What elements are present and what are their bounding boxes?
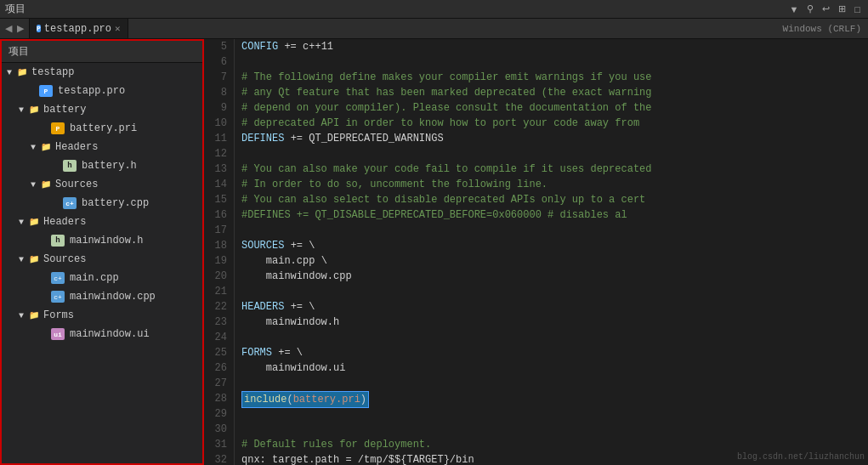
code-line-15: # You can also select to disable depreca… xyxy=(241,192,861,207)
code-line-11: DEFINES += QT_DEPRECATED_WARNINGS xyxy=(241,131,861,146)
tree-label: mainwindow.ui xyxy=(70,328,150,340)
code-line-20: mainwindow.cpp xyxy=(241,269,861,284)
sync-btn[interactable]: ↩ xyxy=(820,3,832,14)
code-line-28: include(battery.pri) xyxy=(241,391,861,406)
tree-item-sources-battery[interactable]: ▼ 📁 Sources xyxy=(2,175,202,194)
code-line-16: #DEFINES += QT_DISABLE_DEPRECATED_BEFORE… xyxy=(241,207,861,223)
code-editor[interactable]: 5 6 7 8 9 10 11 12 13 14 15 16 17 18 19 … xyxy=(204,39,868,465)
tree-item-battery-h[interactable]: h battery.h xyxy=(2,156,202,175)
code-line-30 xyxy=(241,422,861,437)
folder-h-icon: 📁 xyxy=(39,140,53,154)
code-line-22: HEADERS += \ xyxy=(241,299,861,315)
tree-item-main-cpp[interactable]: c+ main.cpp xyxy=(2,269,202,287)
code-line-19: main.cpp \ xyxy=(241,253,861,269)
arrow-icon: ▼ xyxy=(27,143,39,152)
tree-label: Forms xyxy=(43,309,74,321)
code-line-23: mainwindow.h xyxy=(241,315,861,330)
arrow-icon: ▼ xyxy=(27,180,39,190)
folder-icon: 📁 xyxy=(27,103,41,116)
pro-icon: P xyxy=(39,85,53,97)
code-line-10: # deprecated API in order to know how to… xyxy=(241,116,861,131)
tree-label: battery.pri xyxy=(70,122,137,134)
tree-label: Sources xyxy=(55,179,98,190)
folder-src-icon: 📁 xyxy=(27,252,41,266)
highlight-include: include(battery.pri) xyxy=(241,391,369,408)
expand-btn[interactable]: ⊞ xyxy=(836,3,848,14)
code-line-14: # In order to do so, uncomment the follo… xyxy=(241,177,861,192)
arrow-icon: ▼ xyxy=(15,311,27,320)
tree-item-sources-main[interactable]: ▼ 📁 Sources xyxy=(2,250,202,269)
tab-next-btn[interactable]: ▶ xyxy=(15,23,26,34)
tree-label: mainwindow.cpp xyxy=(70,291,156,303)
tree-item-testapp-pro[interactable]: P testapp.pro xyxy=(2,82,202,100)
arrow-icon: ▼ xyxy=(15,218,27,227)
arrow-icon: ▼ xyxy=(15,255,27,264)
tab-label: testapp.pro xyxy=(44,23,111,35)
code-line-24 xyxy=(241,330,861,345)
tree-label: battery.h xyxy=(82,160,137,172)
tree-item-mainwindow-cpp[interactable]: c+ mainwindow.cpp xyxy=(2,287,202,306)
tab-close-btn[interactable]: ✕ xyxy=(115,23,121,34)
tree-label: Headers xyxy=(43,216,86,228)
tree-item-mainwindow-h[interactable]: h mainwindow.h xyxy=(2,231,202,250)
tree-label: testapp.pro xyxy=(58,85,125,97)
code-line-13: # You can also make your code fail to co… xyxy=(241,162,861,177)
tab-bar: ◀ ▶ P testapp.pro ✕ Windows (CRLF) xyxy=(0,19,868,39)
h-icon: h xyxy=(51,235,65,247)
code-line-18: SOURCES += \ xyxy=(241,238,861,253)
code-line-9: # depend on your compiler). Please consu… xyxy=(241,100,861,116)
arrow-icon: ▼ xyxy=(3,68,15,77)
code-line-27 xyxy=(241,376,861,391)
tree-item-mainwindow-ui[interactable]: ui mainwindow.ui xyxy=(2,325,202,343)
arrow-icon: ▼ xyxy=(15,105,27,115)
code-lines: CONFIG += c++11 # The following define m… xyxy=(235,39,868,465)
code-line-12 xyxy=(241,146,861,162)
tree-item-headers-battery[interactable]: ▼ 📁 Headers xyxy=(2,138,202,156)
watermark: blog.csdn.net/liuzhanchun xyxy=(737,452,865,462)
tree-label: Sources xyxy=(43,253,86,265)
tree-label: main.cpp xyxy=(70,272,119,284)
tree-item-forms[interactable]: ▼ 📁 Forms xyxy=(2,306,202,325)
tree-label: battery xyxy=(43,104,86,116)
line-numbers: 5 6 7 8 9 10 11 12 13 14 15 16 17 18 19 … xyxy=(204,39,235,465)
top-bar-actions: ▼ ⚲ ↩ ⊞ □ xyxy=(786,3,863,14)
cpp-icon: c+ xyxy=(51,291,65,303)
code-line-17 xyxy=(241,223,861,238)
tree-label: Headers xyxy=(55,141,98,153)
code-line-6 xyxy=(241,54,861,70)
tab-prev-btn[interactable]: ◀ xyxy=(3,23,14,34)
project-title: 项目 xyxy=(5,2,786,16)
pri-icon: P xyxy=(51,122,65,134)
cpp-icon: c+ xyxy=(51,272,65,284)
tab-bar-end: Windows (CRLF) xyxy=(776,24,868,34)
code-line-21 xyxy=(241,284,861,299)
tree-label: mainwindow.h xyxy=(70,235,143,247)
filter-btn[interactable]: ▼ xyxy=(786,3,801,14)
cpp-icon: c+ xyxy=(63,197,77,209)
code-line-29 xyxy=(241,406,861,422)
tree-item-battery-pri[interactable]: P battery.pri xyxy=(2,119,202,138)
tree-item-battery-cpp[interactable]: c+ battery.cpp xyxy=(2,194,202,213)
tree-label: testapp xyxy=(31,66,74,78)
code-content: 5 6 7 8 9 10 11 12 13 14 15 16 17 18 19 … xyxy=(204,39,868,465)
folder-h-icon: 📁 xyxy=(27,215,41,229)
tree-item-battery[interactable]: ▼ 📁 battery xyxy=(2,100,202,119)
h-icon: h xyxy=(63,160,77,172)
main-content: 项目 ▼ 📁 testapp P testapp.pro ▼ 📁 battery… xyxy=(0,39,868,465)
tab-nav: ◀ ▶ xyxy=(0,19,30,38)
code-line-5: CONFIG += c++11 xyxy=(241,39,861,54)
search-btn[interactable]: ⚲ xyxy=(804,3,816,14)
tab-pro-icon: P xyxy=(37,25,41,32)
file-tree: 项目 ▼ 📁 testapp P testapp.pro ▼ 📁 battery… xyxy=(0,39,204,465)
code-line-31: # Default rules for deployment. xyxy=(241,437,861,452)
tab-testapp-pro[interactable]: P testapp.pro ✕ xyxy=(30,19,128,38)
code-line-26: mainwindow.ui xyxy=(241,360,861,376)
code-line-25: FORMS += \ xyxy=(241,345,861,360)
code-line-7: # The following define makes your compil… xyxy=(241,70,861,85)
layout-btn[interactable]: □ xyxy=(852,3,863,14)
tree-item-testapp-root[interactable]: ▼ 📁 testapp xyxy=(2,63,202,82)
folder-forms-icon: 📁 xyxy=(27,309,41,322)
folder-icon: 📁 xyxy=(15,65,29,79)
tree-item-headers-main[interactable]: ▼ 📁 Headers xyxy=(2,213,202,231)
tree-label: battery.cpp xyxy=(82,197,149,209)
